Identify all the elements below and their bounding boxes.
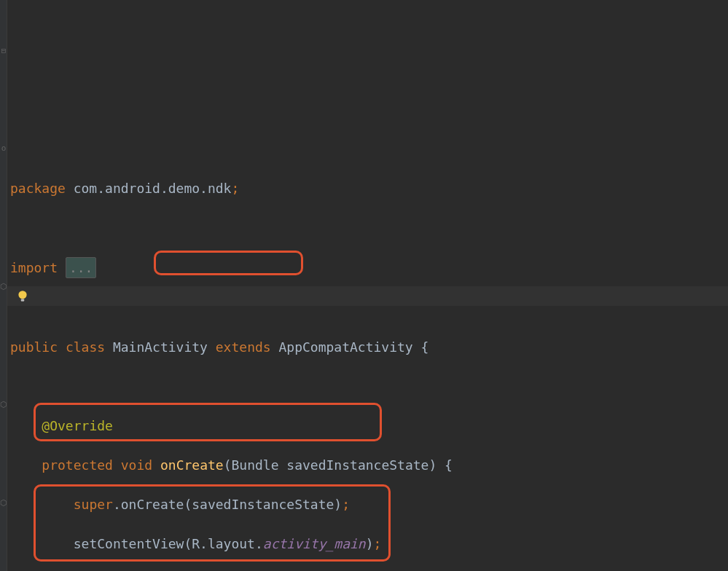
gutter-override-icon[interactable]: o <box>0 138 7 158</box>
code-line[interactable]: super.onCreate(savedInstanceState); <box>10 495 728 514</box>
code-line[interactable] <box>10 377 728 396</box>
keyword-protected: protected <box>42 457 113 473</box>
gutter-fold-icon[interactable]: ⊟ <box>0 41 7 60</box>
keyword-import: import <box>10 260 58 275</box>
gutter-marker-icon[interactable]: ⬡ <box>0 395 7 414</box>
keyword-void: void <box>121 457 152 473</box>
keyword-class: class <box>66 339 105 355</box>
method-params: (Bundle savedInstanceState) { <box>224 457 453 473</box>
code-line[interactable]: setContentView(R.layout.activity_main); <box>10 534 728 554</box>
keyword-super: super <box>74 497 113 512</box>
class-name: MainActivity <box>105 339 216 355</box>
superclass-name: AppCompatActivity { <box>271 339 429 355</box>
semicolon: ; <box>374 536 382 551</box>
code-line[interactable]: import ... <box>10 257 728 278</box>
code-editor-content[interactable]: package com.android.demo.ndk; import ...… <box>0 157 728 571</box>
gutter-marker-icon[interactable]: ⬡ <box>0 493 7 513</box>
code-line[interactable] <box>10 218 728 237</box>
semicolon: ; <box>342 497 350 512</box>
keyword-package: package <box>10 181 66 196</box>
paren-close: ) <box>366 536 374 551</box>
svg-point-0 <box>18 291 26 299</box>
intention-bulb-icon[interactable] <box>16 290 29 303</box>
annotation-override: @Override <box>42 418 113 433</box>
package-name: com.android.demo.ndk <box>66 181 232 196</box>
keyword-extends: extends <box>216 339 271 355</box>
super-call: .onCreate(savedInstanceState) <box>113 497 342 512</box>
svg-rect-1 <box>21 299 25 301</box>
code-line[interactable]: package com.android.demo.ndk; <box>10 178 728 198</box>
import-fold[interactable]: ... <box>66 257 97 278</box>
code-line[interactable]: protected void onCreate(Bundle savedInst… <box>10 455 728 475</box>
code-line[interactable]: @Override <box>10 416 728 436</box>
code-line[interactable]: public class MainActivity extends AppCom… <box>10 337 728 357</box>
keyword-public: public <box>10 339 58 355</box>
layout-field: activity_main <box>263 536 366 551</box>
code-line[interactable] <box>10 298 728 318</box>
setcontent-call: setContentView(R.layout. <box>74 536 263 551</box>
semicolon: ; <box>231 181 239 196</box>
gutter-marker-icon[interactable]: ⬡ <box>0 277 7 296</box>
method-oncreate: onCreate <box>160 457 224 473</box>
